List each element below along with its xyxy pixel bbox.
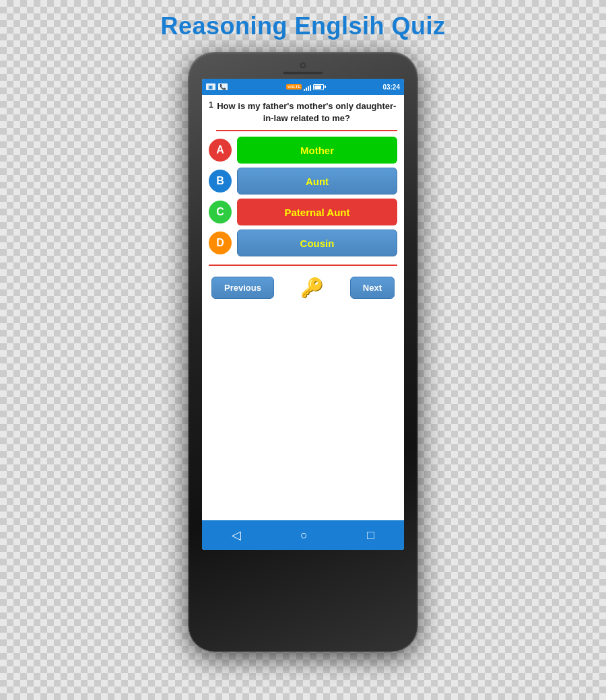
volte-badge: VOLTE — [286, 84, 302, 90]
phone-device: ▣ 📞 VOLTE 03:24 1 — [189, 53, 417, 652]
question-number: 1 — [209, 100, 213, 110]
option-button-b[interactable]: Aunt — [237, 168, 397, 195]
option-button-a[interactable]: Mother — [237, 137, 397, 164]
quiz-content: 1 How is my father's mother's only daugh… — [202, 95, 404, 520]
options-list: A Mother B Aunt — [209, 137, 397, 256]
question-text: How is my father's mother's only daughte… — [216, 100, 397, 131]
option-row-b[interactable]: B Aunt — [209, 168, 397, 195]
divider — [209, 265, 397, 266]
status-left-icons: ▣ 📞 — [206, 83, 228, 90]
speaker — [283, 71, 323, 75]
option-row-d[interactable]: D Cousin — [209, 230, 397, 256]
status-bar: ▣ 📞 VOLTE 03:24 — [202, 79, 404, 95]
phone-icon: 📞 — [218, 83, 228, 90]
option-letter-a: A — [209, 139, 232, 162]
option-row-c[interactable]: C Paternal Aunt — [209, 199, 397, 225]
photo-icon: ▣ — [206, 83, 215, 90]
status-time: 03:24 — [382, 83, 400, 91]
home-nav-icon[interactable]: ○ — [300, 528, 308, 542]
option-letter-d: D — [209, 232, 232, 254]
back-nav-icon[interactable]: ◁ — [232, 528, 241, 542]
signal-bars — [304, 83, 311, 91]
option-letter-b: B — [209, 170, 232, 193]
phone-top — [195, 62, 411, 75]
previous-button[interactable]: Previous — [211, 277, 274, 299]
page-title: Reasoning Englsih Quiz — [160, 12, 445, 40]
camera — [300, 62, 306, 69]
option-button-c[interactable]: Paternal Aunt — [237, 199, 397, 225]
nav-buttons: Previous 🔑 Next — [209, 277, 397, 299]
phone-screen: ▣ 📞 VOLTE 03:24 1 — [202, 79, 404, 550]
option-button-d[interactable]: Cousin — [237, 230, 397, 256]
option-row-a[interactable]: A Mother — [209, 137, 397, 164]
next-button[interactable]: Next — [350, 277, 395, 299]
battery-icon — [313, 84, 324, 90]
phone-nav-bar: ◁ ○ □ — [202, 520, 404, 550]
recent-nav-icon[interactable]: □ — [367, 528, 374, 542]
option-letter-c: C — [209, 201, 232, 223]
key-icon: 🔑 — [300, 277, 324, 299]
